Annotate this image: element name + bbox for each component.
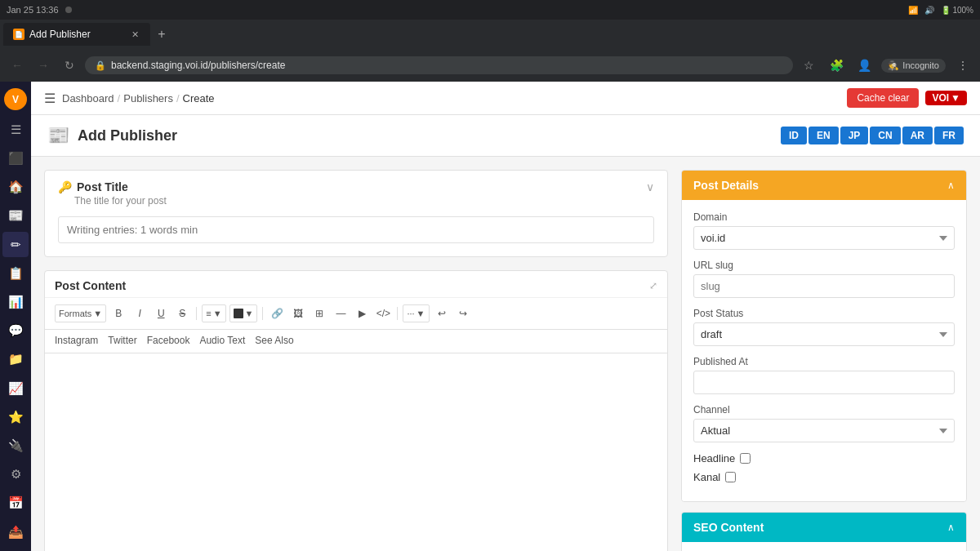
format-facebook[interactable]: Facebook [147,333,190,348]
tab-bar: 📄 Add Publisher ✕ + [0,20,980,49]
sidebar-item-plugins[interactable]: 🔌 [2,433,29,458]
more-dropdown[interactable]: ··· ▼ [403,304,429,322]
post-status-label: Post Status [693,308,955,319]
headline-label: Headline [693,452,735,464]
lang-tab-en[interactable]: EN [808,127,839,144]
sidebar-item-comments[interactable]: 💬 [2,318,29,344]
domain-select[interactable]: voi.id [693,226,955,250]
url-slug-input[interactable] [693,274,955,298]
tab-close-button[interactable]: ✕ [130,29,140,40]
editor-body[interactable] [45,353,667,551]
post-title-input[interactable] [58,216,654,243]
channel-label: Channel [693,404,955,415]
right-panel: Post Details ∧ Domain voi.id [681,170,967,551]
sidebar: V ☰ ⬛ 🏠 📰 ✏ 📋 📊 💬 📁 📈 ⭐ 🔌 ⚙ 📅 📤 [0,82,31,551]
format-audio-text[interactable]: Audio Text [199,333,245,348]
post-status-select[interactable]: draft publish pending [693,322,955,346]
incognito-label: Incognito [902,60,939,70]
post-title-label: Post Title [77,180,128,193]
published-at-input[interactable]: 01/25/2024 1:36 PM [693,371,955,394]
back-button[interactable]: ← [7,55,28,76]
menu-button[interactable]: ⋮ [952,55,973,76]
bookmark-button[interactable]: ☆ [798,55,819,76]
breadcrumb: Dashboard / Publishers / Create [62,92,215,104]
sidebar-item-edit[interactable]: ✏ [2,232,29,257]
toolbar-btn-embed[interactable]: ▶ [353,304,371,322]
lock-icon: 🔒 [95,60,106,71]
seo-content-header[interactable]: SEO Content ∧ [682,513,966,542]
incognito-icon: 🕵 [888,60,899,71]
formats-dropdown[interactable]: Formats ▼ [55,304,106,322]
toolbar-btn-hr[interactable]: — [332,304,350,322]
cache-clear-button[interactable]: Cache clear [847,88,919,108]
hamburger-icon[interactable]: ☰ [44,91,56,106]
toolbar-btn-image[interactable]: 🖼 [289,304,307,322]
lang-tab-fr[interactable]: FR [934,127,964,144]
new-tab-button[interactable]: + [150,23,173,46]
url-bar[interactable]: 🔒 backend.staging.voi.id/publishers/crea… [85,56,793,74]
sidebar-item-calendar[interactable]: 📅 [2,491,29,516]
forward-button[interactable]: → [33,55,54,76]
toolbar-btn-code[interactable]: </> [374,304,392,322]
post-details-header[interactable]: Post Details ∧ [682,171,966,200]
reload-button[interactable]: ↻ [59,55,80,76]
toolbar-btn-redo[interactable]: ↪ [454,304,472,322]
sidebar-item-dashboard[interactable]: ⬛ [2,145,29,171]
format-see-also[interactable]: See Also [255,333,293,348]
toolbar-sep-3 [397,307,398,320]
profile-button[interactable]: 👤 [853,55,875,76]
sidebar-item-articles[interactable]: 📰 [2,203,29,229]
seo-content-title: SEO Content [693,521,764,534]
format-twitter[interactable]: Twitter [108,333,136,348]
toolbar-btn-u[interactable]: U [152,304,170,322]
active-tab[interactable]: 📄 Add Publisher ✕ [3,23,150,46]
sidebar-item-analytics[interactable]: 📊 [2,289,29,314]
lang-tab-jp[interactable]: JP [840,127,869,144]
sidebar-item-files[interactable]: 📁 [2,347,29,372]
lang-tab-cn[interactable]: CN [870,127,900,144]
sidebar-item-list[interactable]: 📋 [2,260,29,286]
channel-field: Channel Aktual Nasional Internasional [693,404,955,442]
color-dropdown[interactable]: ▼ [229,304,258,322]
extension-button[interactable]: 🧩 [826,55,847,76]
published-at-field: Published At 01/25/2024 1:36 PM [693,356,955,394]
align-dropdown[interactable]: ≡ ▼ [202,304,225,322]
domain-field: Domain voi.id [693,211,955,250]
toolbar-btn-link[interactable]: 🔗 [268,304,286,322]
kanal-checkbox[interactable] [725,472,736,482]
post-content-label: Post Content [55,279,126,292]
toolbar-btn-undo[interactable]: ↩ [433,304,451,322]
toolbar-btn-b[interactable]: B [109,304,127,322]
lang-tab-ar[interactable]: AR [902,127,933,144]
post-content-expand-icon[interactable]: ⤢ [649,280,657,291]
lang-tab-id[interactable]: ID [781,127,807,144]
page-icon: 📰 [47,125,69,146]
top-bar: ☰ Dashboard / Publishers / Create Cache … [31,82,980,115]
title-bar: Jan 25 13:36 📶 🔊 🔋 100% [0,0,980,20]
editor-formats: Instagram Twitter Facebook Audio Text Se… [45,330,667,353]
toolbar-btn-s[interactable]: S [173,304,191,322]
post-content-card: Post Content ⤢ Formats ▼ B I U S [44,270,668,551]
tab-favicon: 📄 [13,29,24,40]
sidebar-item-starred[interactable]: ⭐ [2,404,29,429]
sidebar-item-home[interactable]: 🏠 [2,175,29,200]
channel-select[interactable]: Aktual Nasional Internasional [693,419,955,442]
avatar[interactable]: V [4,88,27,110]
sidebar-item-export[interactable]: 📤 [2,519,29,544]
breadcrumb-sep-1: / [118,92,121,104]
format-instagram[interactable]: Instagram [55,333,98,348]
headline-checkbox[interactable] [740,453,751,464]
breadcrumb-publishers[interactable]: Publishers [123,92,173,104]
toolbar-btn-table[interactable]: ⊞ [310,304,328,322]
kanal-label: Kanal [693,471,720,483]
sidebar-item-hamburger[interactable]: ☰ [2,117,29,142]
breadcrumb-current: Create [183,92,215,104]
breadcrumb-dashboard[interactable]: Dashboard [62,92,114,104]
domain-label: Domain [693,211,955,223]
sidebar-item-settings[interactable]: ⚙ [2,462,29,487]
post-details-chevron: ∧ [947,180,955,191]
toolbar-sep-1 [196,307,197,320]
post-title-expand[interactable]: ∨ [646,180,654,193]
toolbar-btn-i[interactable]: I [131,304,149,322]
sidebar-item-reports[interactable]: 📈 [2,375,29,401]
